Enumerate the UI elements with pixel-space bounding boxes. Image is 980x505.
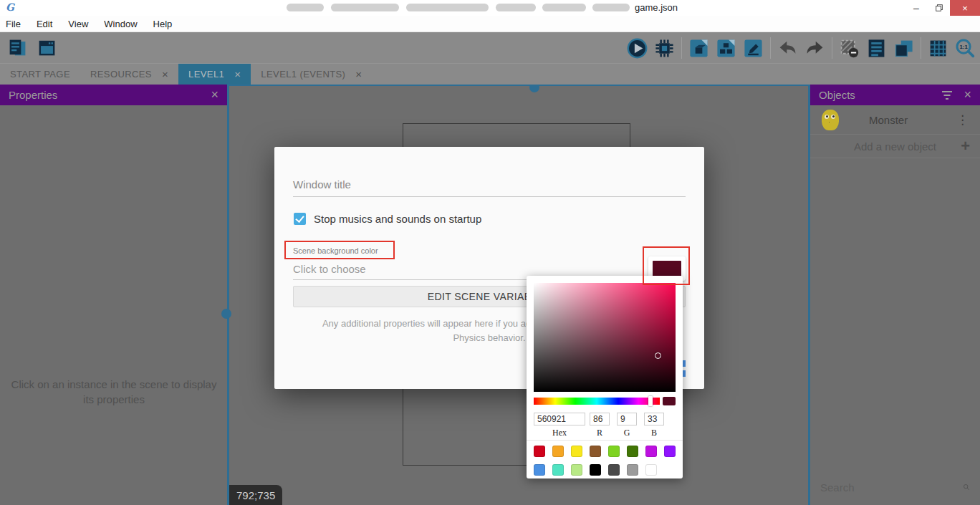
tab-level1-events[interactable]: LEVEL1 (EVENTS) × <box>251 64 372 85</box>
window-title-label: Window title <box>293 178 351 191</box>
undo-icon[interactable] <box>777 38 798 59</box>
toolbar-separator <box>921 37 921 59</box>
preset-swatch[interactable] <box>608 446 620 457</box>
divider-drag-handle[interactable] <box>221 309 231 319</box>
svg-text:1:1: 1:1 <box>959 44 968 50</box>
preset-swatch[interactable] <box>552 464 564 476</box>
preset-swatch[interactable] <box>552 446 564 457</box>
toolbar: 1:1 <box>0 32 980 63</box>
click-to-choose-label[interactable]: Click to choose <box>293 263 366 275</box>
preset-swatch[interactable] <box>645 446 657 457</box>
hue-slider-handle[interactable] <box>648 396 653 406</box>
preset-swatch[interactable] <box>645 464 657 476</box>
objects-list-icon[interactable] <box>866 38 887 59</box>
redacted-text-blur <box>406 4 489 11</box>
redacted-text-blur <box>331 4 399 11</box>
preset-swatch[interactable] <box>590 464 601 476</box>
object-menu-icon[interactable]: ⋮ <box>956 112 973 128</box>
tab-label: START PAGE <box>10 69 70 80</box>
menu-edit[interactable]: Edit <box>37 19 52 29</box>
filter-icon[interactable] <box>941 90 953 100</box>
tab-label: LEVEL1 <box>188 69 224 80</box>
green-label: G <box>617 428 637 438</box>
redacted-text-blur <box>496 4 536 11</box>
tab-label: LEVEL1 (EVENTS) <box>261 69 345 80</box>
preset-swatch[interactable] <box>590 446 601 457</box>
preset-swatch[interactable] <box>534 464 545 476</box>
monster-thumbnail-icon <box>822 110 839 130</box>
saturation-area[interactable] <box>534 283 676 392</box>
restore-button[interactable] <box>927 0 951 16</box>
tab-level1[interactable]: LEVEL1 × <box>178 64 251 85</box>
tab-resources[interactable]: RESOURCES × <box>80 64 178 85</box>
start-page-icon[interactable] <box>37 37 57 58</box>
color-picker-popup: Hex R G B <box>527 276 683 478</box>
object-row-monster[interactable]: Monster ⋮ <box>810 105 980 135</box>
red-input[interactable] <box>590 413 610 425</box>
document-title: game.json <box>635 2 678 13</box>
project-manager-icon[interactable] <box>7 37 28 58</box>
properties-empty-message: Click on an instance in the scene to dis… <box>10 377 218 407</box>
toggle-mask-icon[interactable] <box>839 38 860 59</box>
blue-label: B <box>644 428 664 438</box>
search-icon[interactable] <box>963 480 970 494</box>
picker-divider <box>527 440 683 441</box>
checkbox-checked-icon[interactable] <box>294 213 306 225</box>
play-preview-icon[interactable] <box>627 38 648 59</box>
right-panel-divider[interactable] <box>808 85 810 505</box>
preset-swatch[interactable] <box>608 464 620 476</box>
layers-icon[interactable] <box>893 38 914 59</box>
preset-swatch[interactable] <box>571 464 582 476</box>
preset-swatch[interactable] <box>627 446 638 457</box>
close-panel-icon[interactable]: × <box>211 87 218 102</box>
restore-icon <box>935 4 943 12</box>
hue-slider[interactable] <box>534 398 660 405</box>
add-multiple-objects-icon[interactable] <box>716 38 736 59</box>
gdevelop-window: G game.json – × File Edit View Window He… <box>0 0 980 505</box>
tab-label: RESOURCES <box>90 69 152 80</box>
close-window-button[interactable]: × <box>950 0 980 16</box>
add-object-row[interactable]: Add a new object + <box>810 135 980 158</box>
menu-window[interactable]: Window <box>104 19 137 29</box>
saturation-pointer[interactable] <box>655 352 661 359</box>
redo-icon[interactable] <box>804 38 825 59</box>
properties-panel-header: Properties × <box>0 85 227 105</box>
add-object-icon[interactable] <box>688 38 709 59</box>
tab-start-page[interactable]: START PAGE <box>0 64 80 85</box>
preset-swatch[interactable] <box>627 464 638 476</box>
scene-top-divider[interactable] <box>229 85 808 86</box>
zoom-1-1-icon[interactable]: 1:1 <box>955 38 976 59</box>
tab-close-icon[interactable]: × <box>162 68 168 80</box>
debug-icon[interactable] <box>654 38 675 59</box>
object-search-row <box>810 475 980 499</box>
close-panel-icon[interactable]: × <box>964 87 971 102</box>
menu-bar: File Edit View Window Help <box>0 16 980 32</box>
preset-swatches <box>534 446 683 476</box>
toolbar-separator <box>770 37 771 59</box>
stop-sounds-checkbox-row[interactable]: Stop musics and sounds on startup <box>294 213 481 225</box>
edit-scene-icon[interactable] <box>743 38 764 59</box>
hex-label: Hex <box>534 428 585 438</box>
redacted-text-blur <box>592 4 630 11</box>
preset-swatch[interactable] <box>534 446 545 457</box>
grid-icon[interactable] <box>928 38 948 59</box>
minimize-button[interactable]: – <box>904 0 928 16</box>
menu-file[interactable]: File <box>6 19 21 29</box>
menu-view[interactable]: View <box>68 19 88 29</box>
left-panel-divider[interactable] <box>227 85 229 505</box>
search-input[interactable] <box>820 481 963 494</box>
objects-panel-header: Objects × <box>810 85 980 105</box>
tab-close-icon[interactable]: × <box>234 68 241 80</box>
window-title-input[interactable] <box>293 196 686 197</box>
preset-swatch[interactable] <box>571 446 582 457</box>
preset-swatch[interactable] <box>664 446 676 457</box>
tab-close-icon[interactable]: × <box>355 68 362 80</box>
green-input[interactable] <box>617 413 637 425</box>
menu-help[interactable]: Help <box>153 19 173 29</box>
object-name: Monster <box>869 114 956 126</box>
hex-input[interactable] <box>534 413 585 425</box>
red-label: R <box>590 428 610 438</box>
blue-input[interactable] <box>644 413 664 425</box>
stop-sounds-label: Stop musics and sounds on startup <box>314 213 481 225</box>
plus-icon[interactable]: + <box>961 137 970 155</box>
